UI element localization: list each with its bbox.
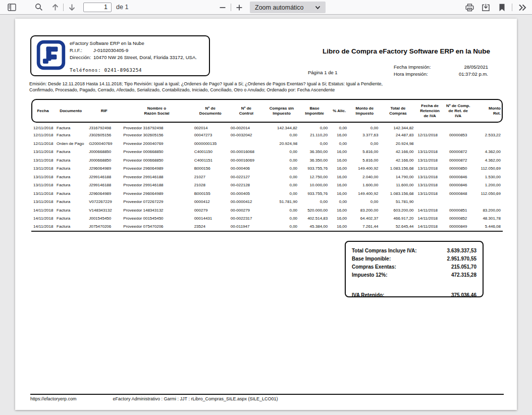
table-cell: 16,00 [330,206,349,215]
table-cell: 00000872 [444,148,472,157]
column-header: Fecha [31,99,55,123]
table-cell: 933.755,76 [299,189,330,198]
table-cell: 00000846 [444,173,472,181]
table-cell: Factura [55,198,87,206]
download-button[interactable] [479,2,492,14]
table-cell [472,123,503,131]
table-cell: 00-000279 [229,206,264,215]
table-cell: 002014 [192,123,229,131]
table-cell: 16,00 [330,156,349,165]
table-cell: 0,00 [264,131,299,140]
zoom-level-select[interactable]: Zoom automático [250,2,326,13]
table-cell: 603.200,00 [380,206,415,215]
chevron-down-icon [315,4,321,11]
table-cell: 14/11/2018 [31,215,55,223]
next-page-button[interactable] [65,1,78,13]
table-row: 13/11/2018FacturaJ299146188Proveedor 299… [31,173,503,181]
table-cell: 83.200,00 [472,206,503,215]
table-cell: C4001151 [192,156,229,165]
sidebar-toggle-icon [8,4,16,11]
total-label: Impuesto 12%: [352,271,388,279]
table-cell: 00000850 [444,165,472,173]
print-button[interactable] [463,2,476,14]
table-cell: 0,00 [264,173,299,181]
table-cell: 7.261,44 [349,223,380,231]
table-cell: 000279 [192,206,229,215]
table-cell: 42.166,00 [380,148,415,157]
search-button[interactable] [32,1,45,13]
more-tools-button[interactable] [516,2,529,14]
column-header: RIF [87,99,121,123]
table-cell: Proveedor 000668850 [121,148,192,157]
table-cell: Factura [55,206,87,215]
column-header: Nº de Documento [192,99,229,123]
table-cell: 0,00 [264,181,299,190]
bookmark-button[interactable] [495,2,508,14]
table-cell: 16,00 [330,165,349,173]
table-cell: 16,00 [330,181,349,190]
table-cell: 12/11/2018 [416,131,444,140]
table-cell: 00-011947 [229,223,264,231]
table-cell: 13/11/2018 [416,148,444,157]
table-cell: 36.350,00 [299,148,330,157]
pagina-label: Página 1 de 1 [308,70,338,75]
table-cell: 00-022127 [229,173,264,181]
zoom-out-button[interactable] [216,2,229,14]
table-cell: 11.600,00 [380,181,415,190]
arrow-up-icon [51,4,59,11]
table-cell: 1.600,00 [349,181,380,190]
table-cell: Proveedor 200040769 [121,139,192,148]
table-cell: 21.110,20 [299,131,330,140]
viewer-background: eFactory Software ERP en la Nube R.I.F.:… [0,15,532,415]
table-cell: J299146188 [87,173,121,181]
table-cell: 14.790,00 [380,173,415,181]
table-cell: 2.040,00 [349,173,380,181]
total-label: Compras Exentas: [352,263,396,271]
table-cell: 13/11/2018 [416,189,444,198]
total-label: Base Imponible: [352,255,391,263]
total-row: Compras Exentas:215.051,70 [352,263,476,271]
download-icon [482,4,490,12]
table-row: 12/11/2018FacturaJ316792498Proveedor 316… [31,123,503,131]
table-cell: 3.377,63 [349,131,380,140]
table-cell: 0,00 [330,198,349,206]
table-cell: 0,00 [264,206,299,215]
table-cell: 13/11/2018 [31,165,55,173]
table-cell: 00047273 [192,131,229,140]
table-cell: Proveedor 075470206 [121,223,192,231]
table-cell: 21027 [192,173,229,181]
table-cell: 520.000,00 [299,206,330,215]
table-cell: 14/11/2018 [31,206,55,215]
table-cell [416,198,444,206]
table-cell: 13/11/2018 [31,173,55,181]
table-cell: 14/11/2018 [416,223,444,231]
sidebar-toggle-button[interactable] [5,1,18,13]
zoom-in-button[interactable] [233,2,246,14]
table-cell: 149.400,92 [349,165,380,173]
table-cell: 36.350,00 [299,156,330,165]
address-label: Dirección: [70,54,93,61]
table-cell: Proveedor 000668850 [121,156,192,165]
table-cell: 13/11/2018 [416,181,444,190]
table-cell: 20.924,98 [264,139,299,148]
table-cell: 0,00 [264,223,299,231]
efactory-logo-icon [36,40,66,72]
bookmark-icon [499,4,505,12]
table-cell [444,123,472,131]
column-header: Nº de Comp. de Ret. de IVA [444,99,472,123]
table-cell: 142.344,82 [264,123,299,131]
table-cell: Factura [55,131,87,140]
column-header: Total de Compras [380,99,415,123]
table-cell: 42.166,00 [380,156,415,165]
table-cell: V072267229 [87,198,121,206]
table-cell [444,198,472,206]
table-cell: 00000872 [444,156,472,165]
previous-page-button[interactable] [48,1,62,13]
table-cell: 12/11/2018 [31,123,55,131]
filter-line-1: Emisión: Desde 12.11.2018 Hasta 14.11.20… [29,81,506,87]
search-icon [35,3,43,11]
total-label: Total Compras Incluye IVA: [352,247,417,255]
print-time-value: 01:37:02 p.m. [459,71,488,78]
page-number-input[interactable] [83,3,112,12]
table-cell: J075470206 [87,223,121,231]
